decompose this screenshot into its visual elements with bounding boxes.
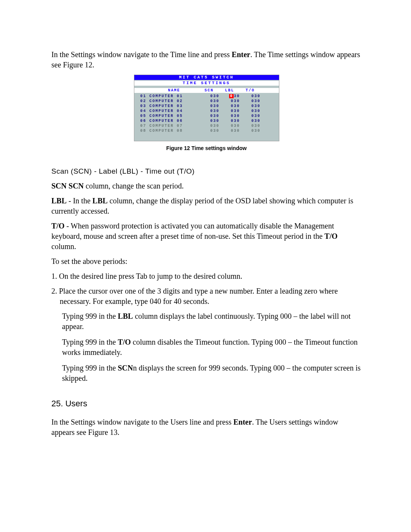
note-scn: Typing 999 in the SCNn displays the scre… bbox=[62, 363, 362, 383]
intro-text-1: In the Settings window navigate to the T… bbox=[51, 50, 232, 59]
to-mid: - When password protection is activated … bbox=[51, 222, 334, 240]
row-to: 030 bbox=[240, 113, 261, 118]
row-lbl: 030 bbox=[220, 94, 240, 99]
table-row: 06COMPUTER 06030030030 bbox=[134, 118, 279, 123]
row-name: COMPUTER 08 bbox=[150, 128, 199, 133]
step-2: 2. Place the cursor over one of the 3 di… bbox=[51, 286, 362, 307]
row-num: 04 bbox=[137, 109, 150, 113]
row-scn: 030 bbox=[199, 123, 220, 128]
row-num: 02 bbox=[137, 99, 150, 104]
row-name: COMPUTER 03 bbox=[150, 104, 199, 109]
scn-paragraph: SCN SCN column, change the scan period. bbox=[51, 181, 362, 191]
lbl-mid: - In the bbox=[67, 197, 92, 205]
row-name: COMPUTER 02 bbox=[150, 99, 199, 104]
row-to: 030 bbox=[240, 118, 261, 123]
row-num: 07 bbox=[137, 123, 150, 128]
row-lbl: 030 bbox=[220, 99, 240, 104]
page: In the Settings window navigate to the T… bbox=[0, 0, 411, 465]
row-num: 01 bbox=[137, 94, 150, 99]
row-num: 08 bbox=[137, 128, 150, 133]
row-to: 030 bbox=[240, 123, 261, 128]
row-num: 03 bbox=[137, 104, 150, 109]
osd-titlebar: MIT CAT5 SWITCH bbox=[134, 75, 279, 81]
row-to: 030 bbox=[240, 104, 261, 109]
step-1: 1. On the desired line press Tab to jump… bbox=[51, 271, 362, 281]
row-num: 05 bbox=[137, 113, 150, 118]
scn-bold: SCN SCN bbox=[51, 182, 84, 190]
note-lbl: Typing 999 in the LBL column displays th… bbox=[62, 311, 362, 332]
to-rest: column. bbox=[51, 242, 76, 251]
osd-headers: NAME SCN LBL T/O bbox=[134, 88, 279, 93]
row-lbl: 030 bbox=[220, 104, 240, 109]
table-row: 02COMPUTER 02030030030 bbox=[134, 99, 279, 104]
row-scn: 030 bbox=[199, 128, 220, 133]
row-name: COMPUTER 04 bbox=[150, 109, 199, 113]
hdr-to: T/O bbox=[240, 88, 261, 93]
row-to: 030 bbox=[240, 94, 261, 99]
figure-caption: Figure 12 Time settings window bbox=[51, 145, 362, 151]
row-scn: 030 bbox=[199, 118, 220, 123]
to-b2: T/O bbox=[325, 232, 338, 240]
table-row: 07COMPUTER 07030030030 bbox=[134, 123, 279, 128]
table-row: 05COMPUTER 05030030030 bbox=[134, 113, 279, 118]
row-to: 030 bbox=[240, 109, 261, 113]
row-to: 030 bbox=[240, 99, 261, 104]
intro-paragraph: In the Settings window navigate to the T… bbox=[51, 50, 362, 70]
intro-enter: Enter bbox=[232, 50, 250, 59]
scan-label-line: Scan (SCN) - Label (LBL) - Time out (T/O… bbox=[51, 166, 362, 176]
section-25-users: 25. Users bbox=[51, 399, 362, 409]
row-num: 06 bbox=[137, 118, 150, 123]
row-name: COMPUTER 05 bbox=[150, 113, 199, 118]
note-to: Typing 999 in the T/O column disables th… bbox=[62, 337, 362, 358]
cursor: 0 bbox=[229, 94, 234, 98]
row-scn: 030 bbox=[199, 104, 220, 109]
osd-subtitle: TIME SETTINGS bbox=[134, 81, 279, 86]
outro-paragraph: In the Settings window navigate to the U… bbox=[51, 417, 362, 438]
scn-rest: column, change the scan period. bbox=[84, 182, 184, 190]
row-scn: 030 bbox=[199, 94, 220, 99]
to-paragraph: T/O - When password protection is activa… bbox=[51, 221, 362, 252]
to-b1: T/O bbox=[51, 222, 64, 230]
row-name: COMPUTER 01 bbox=[150, 94, 199, 99]
table-row: 01COMPUTER 01030030030 bbox=[134, 94, 279, 99]
row-lbl: 030 bbox=[220, 123, 240, 128]
lbl-paragraph: LBL - In the LBL column, change the disp… bbox=[51, 196, 362, 216]
row-scn: 030 bbox=[199, 99, 220, 104]
hdr-name: NAME bbox=[150, 88, 199, 93]
row-lbl: 030 bbox=[220, 118, 240, 123]
table-row: 03COMPUTER 03030030030 bbox=[134, 104, 279, 109]
row-lbl: 030 bbox=[220, 113, 240, 118]
row-name: COMPUTER 06 bbox=[150, 118, 199, 123]
row-name: COMPUTER 07 bbox=[150, 123, 199, 128]
row-lbl: 030 bbox=[220, 109, 240, 113]
lbl-b2: LBL bbox=[92, 197, 108, 205]
figure-12: MIT CAT5 SWITCH TIME SETTINGS NAME SCN L… bbox=[51, 75, 362, 141]
table-row: 04COMPUTER 04030030030 bbox=[134, 109, 279, 113]
row-scn: 030 bbox=[199, 109, 220, 113]
hdr-scn: SCN bbox=[199, 88, 220, 93]
osd-rows: 01COMPUTER 0103003003002COMPUTER 0203003… bbox=[134, 94, 279, 133]
row-lbl: 030 bbox=[220, 128, 240, 133]
lbl-b1: LBL bbox=[51, 197, 67, 205]
osd-window: MIT CAT5 SWITCH TIME SETTINGS NAME SCN L… bbox=[134, 75, 279, 141]
row-scn: 030 bbox=[199, 113, 220, 118]
hdr-lbl: LBL bbox=[220, 88, 240, 93]
to-set-heading: To set the above periods: bbox=[51, 256, 362, 267]
row-to: 030 bbox=[240, 128, 261, 133]
table-row: 08COMPUTER 08030030030 bbox=[134, 128, 279, 133]
